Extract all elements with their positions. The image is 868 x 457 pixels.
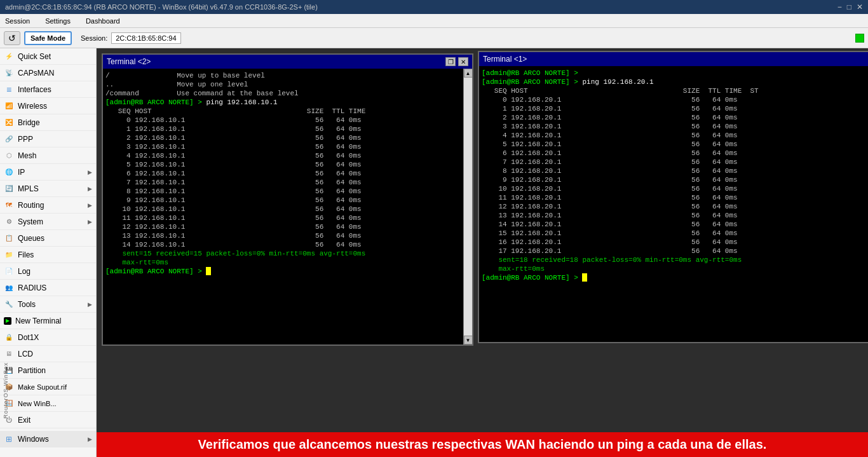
terminal-2-scroll-down[interactable]: ▼: [464, 336, 473, 344]
routeros-winbox-label: RouterOS WinBox: [3, 362, 9, 419]
sidebar-item-windows[interactable]: ⊞ Windows ▶: [0, 431, 96, 447]
routing-icon: 🗺: [4, 200, 14, 210]
sidebar-item-system[interactable]: ⚙ System ▶: [0, 214, 96, 230]
bridge-icon: 🔀: [4, 118, 14, 128]
sidebar-label-bridge: Bridge: [18, 118, 92, 127]
sidebar-label-new-winbox: New WinB...: [18, 400, 92, 407]
sidebar-label-partition: Partition: [18, 366, 92, 375]
terminal-2-title: Terminal <2>: [107, 57, 151, 66]
radius-icon: 👥: [4, 283, 14, 293]
menu-dashboard[interactable]: Dashboard: [83, 16, 123, 26]
sidebar-item-partition[interactable]: 💾 Partition: [0, 362, 96, 379]
sidebar-label-mpls: MPLS: [18, 184, 88, 193]
menu-bar: Session Settings Dashboard: [0, 14, 868, 28]
sidebar-label-tools: Tools: [18, 300, 88, 309]
sidebar-label-wireless: Wireless: [18, 102, 92, 111]
terminal-2-titlebar: Terminal <2> ❐ ✕: [103, 55, 472, 69]
terminal-2-controls: ❐ ✕: [445, 57, 468, 66]
sidebar-item-wireless[interactable]: 📶 Wireless: [0, 98, 96, 114]
capsman-icon: 📡: [4, 68, 14, 78]
sidebar-item-make-supout[interactable]: 📦 Make Supout.rif: [0, 379, 96, 395]
main-layout: ⚡ Quick Set 📡 CAPsMAN ≡ Interfaces 📶 Wir…: [0, 48, 868, 457]
safe-mode-button[interactable]: Safe Mode: [24, 31, 72, 45]
sidebar-item-ip[interactable]: 🌐 IP ▶: [0, 164, 96, 181]
banner-text: Verificamos que alcancemos nuestras resp…: [198, 437, 767, 451]
menu-settings[interactable]: Settings: [43, 16, 73, 26]
log-icon: 📄: [4, 266, 14, 276]
sidebar-label-make-supout: Make Supout.rif: [18, 383, 92, 391]
terminal-1-title: Terminal <1>: [483, 55, 527, 64]
terminal-2-restore-button[interactable]: ❐: [445, 57, 456, 66]
sidebar-label-windows: Windows: [18, 435, 88, 444]
sidebar-label-files: Files: [18, 250, 92, 259]
terminal-2-scroll-track[interactable]: [464, 78, 473, 336]
sidebar-label-mesh: Mesh: [18, 151, 92, 160]
sidebar-label-queues: Queues: [18, 234, 92, 243]
terminal-2-inner: / Move up to base level .. Move up one l…: [103, 69, 472, 344]
files-icon: 📁: [4, 250, 14, 260]
maximize-button[interactable]: □: [847, 3, 851, 11]
terminal-1-inner: [admin@RB ARCO NORTE] > [admin@RB ARCO N…: [479, 66, 868, 342]
sidebar-label-ip: IP: [18, 168, 88, 177]
minimize-button[interactable]: −: [837, 3, 842, 11]
sidebar-item-lcd[interactable]: 🖥 LCD: [0, 346, 96, 362]
sidebar-item-queues[interactable]: 📋 Queues: [0, 230, 96, 247]
terminal-1-titlebar: Terminal <1> ❐ ✕: [479, 52, 868, 66]
sidebar-item-mesh[interactable]: ⬡ Mesh: [0, 147, 96, 164]
close-button[interactable]: ✕: [857, 3, 863, 11]
sidebar-label-radius: RADIUS: [18, 283, 92, 292]
terminal-1-window: Terminal <1> ❐ ✕ [admin@RB ARCO NORTE] >…: [478, 51, 868, 343]
sidebar-item-capsman[interactable]: 📡 CAPsMAN: [0, 65, 96, 81]
ip-icon: 🌐: [4, 167, 14, 177]
content-area: Terminal <2> ❐ ✕ / Move up to base level…: [97, 48, 868, 457]
sidebar-item-new-winbox[interactable]: 🪟 New WinB...: [0, 395, 96, 412]
refresh-button[interactable]: ↺: [4, 31, 20, 45]
windows-icon: ⊞: [4, 434, 14, 444]
mpls-arrow: ▶: [88, 186, 92, 192]
sidebar-item-files[interactable]: 📁 Files: [0, 247, 96, 263]
sidebar-item-mpls[interactable]: 🔄 MPLS ▶: [0, 181, 96, 197]
tools-icon: 🔧: [4, 299, 14, 310]
sidebar-item-log[interactable]: 📄 Log: [0, 263, 96, 280]
sidebar-label-new-terminal: New Terminal: [15, 317, 92, 325]
sidebar-item-routing[interactable]: 🗺 Routing ▶: [0, 197, 96, 214]
session-value: 2C:C8:1B:65:8C:94: [111, 32, 180, 44]
windows-arrow: ▶: [88, 436, 92, 442]
quick-set-icon: ⚡: [4, 51, 14, 62]
terminal-2-scrollbar[interactable]: ▲ ▼: [463, 69, 472, 344]
terminal-2-close-button[interactable]: ✕: [458, 57, 468, 66]
sidebar-item-new-terminal[interactable]: ▶ New Terminal: [0, 313, 96, 329]
sidebar-item-ppp[interactable]: 🔗 PPP: [0, 131, 96, 147]
ip-arrow: ▶: [88, 169, 92, 175]
tools-arrow: ▶: [88, 301, 92, 308]
sidebar-item-dot1x[interactable]: 🔒 Dot1X: [0, 329, 96, 346]
status-indicator: [855, 34, 864, 43]
terminal-1-body[interactable]: [admin@RB ARCO NORTE] > [admin@RB ARCO N…: [479, 66, 868, 342]
sidebar-label-interfaces: Interfaces: [18, 85, 92, 94]
sidebar-item-bridge[interactable]: 🔀 Bridge: [0, 114, 96, 131]
lcd-icon: 🖥: [4, 349, 14, 359]
sidebar-label-lcd: LCD: [18, 350, 92, 358]
routing-arrow: ▶: [88, 202, 92, 208]
sidebar-label-dot1x: Dot1X: [18, 333, 92, 342]
wireless-icon: 📶: [4, 101, 14, 111]
title-bar: admin@2C:C8:1B:65:8C:94 (RB ARCO NORTE) …: [0, 0, 868, 14]
menu-session[interactable]: Session: [3, 16, 32, 26]
sidebar-label-system: System: [18, 217, 88, 226]
system-arrow: ▶: [88, 219, 92, 225]
sidebar-item-interfaces[interactable]: ≡ Interfaces: [0, 81, 96, 98]
sidebar-item-quick-set[interactable]: ⚡ Quick Set: [0, 48, 96, 65]
ppp-icon: 🔗: [4, 134, 14, 144]
terminal-2-scroll-up[interactable]: ▲: [464, 69, 473, 78]
toolbar: ↺ Safe Mode Session: 2C:C8:1B:65:8C:94: [0, 28, 868, 48]
mpls-icon: 🔄: [4, 184, 14, 194]
sidebar: ⚡ Quick Set 📡 CAPsMAN ≡ Interfaces 📶 Wir…: [0, 48, 97, 457]
terminal-2-body[interactable]: / Move up to base level .. Move up one l…: [103, 69, 463, 344]
sidebar-item-exit[interactable]: ⏻ Exit: [0, 412, 96, 428]
sidebar-label-exit: Exit: [18, 416, 92, 425]
sidebar-item-radius[interactable]: 👥 RADIUS: [0, 280, 96, 296]
sidebar-item-tools[interactable]: 🔧 Tools ▶: [0, 296, 96, 313]
system-icon: ⚙: [4, 217, 14, 227]
queues-icon: 📋: [4, 233, 14, 243]
bottom-banner: Verificamos que alcancemos nuestras resp…: [97, 432, 868, 457]
